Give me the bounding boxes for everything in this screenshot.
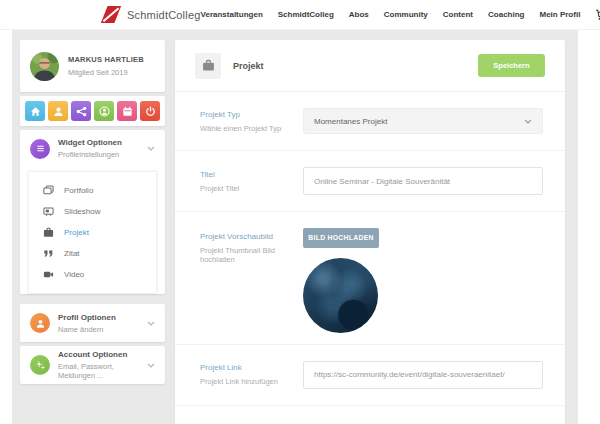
top-header: SchmidtColleg Veranstaltungen SchmidtCol… xyxy=(0,0,600,30)
profile-name: MARKUS HARTLIEB xyxy=(68,55,144,64)
home-icon[interactable] xyxy=(25,101,45,121)
briefcase-icon xyxy=(42,227,54,238)
sidebar-item-label: Video xyxy=(64,270,84,279)
nav-schmidtcolleg[interactable]: SchmidtColleg xyxy=(278,10,334,19)
field-row-vorschaubild: Projekt Vorschaubild Projekt Thumbnail B… xyxy=(175,212,565,345)
field-row-projekt-typ: Projekt Typ Wähle einen Projekt Typ Mome… xyxy=(175,92,565,151)
chevron-down-icon xyxy=(147,321,155,326)
widget-options-title: Widget Optionen xyxy=(58,138,122,147)
widget-options-header[interactable]: Widget Optionen Profileinstellungen xyxy=(20,130,165,167)
avatar xyxy=(30,52,59,81)
briefcase-icon xyxy=(195,53,221,79)
profil-options-title: Profil Optionen xyxy=(58,313,116,322)
nav-community[interactable]: Community xyxy=(384,10,428,19)
field-row-projekt-link: Projekt Link Projekt Link hinzufügen xyxy=(175,345,565,406)
widget-options-card: Widget Optionen Profileinstellungen Port… xyxy=(20,130,165,294)
quick-actions xyxy=(20,96,165,126)
sidebar-item-label: Portfolio xyxy=(64,186,93,195)
sidebar-item-slideshow[interactable]: Slideshow xyxy=(29,201,156,222)
logo[interactable]: SchmidtColleg xyxy=(100,5,201,24)
projekt-link-input[interactable] xyxy=(303,361,543,389)
widget-submenu: Portfolio Slideshow Projekt xyxy=(28,171,157,294)
panel-header: Projekt Speichern xyxy=(175,40,565,92)
logo-text: SchmidtColleg xyxy=(127,9,201,21)
video-icon xyxy=(42,269,54,280)
field-sublabel: Wähle einen Projekt Typ xyxy=(200,124,303,133)
chevron-down-icon xyxy=(147,363,155,368)
field-sublabel: Projekt Thumbnail Bild hochladen xyxy=(200,246,303,264)
bild-hochladen-button[interactable]: BILD HOCHLADEN xyxy=(303,228,379,248)
field-label: Projekt Link xyxy=(200,363,303,372)
user-icon[interactable] xyxy=(48,101,68,121)
sidebar-item-projekt[interactable]: Projekt xyxy=(29,222,156,243)
sidebar-item-zitat[interactable]: Zitat xyxy=(29,243,156,264)
content-area: MARKUS HARTLIEB Mitglied Seit 2019 xyxy=(12,30,578,424)
main-panel: Projekt Speichern Projekt Typ Wähle eine… xyxy=(175,40,565,424)
field-row-titel: Titel Projekt Titel xyxy=(175,151,565,212)
slideshow-icon xyxy=(42,206,54,217)
share-icon[interactable] xyxy=(71,101,91,121)
sidebar-item-video[interactable]: Video xyxy=(29,264,156,285)
user-circle-icon[interactable] xyxy=(94,101,114,121)
sidebar-item-label: Slideshow xyxy=(64,207,100,216)
sidebar: MARKUS HARTLIEB Mitglied Seit 2019 xyxy=(20,40,165,388)
profil-options-subtitle: Name ändern xyxy=(58,325,116,334)
selected-value: Momentanes Projekt xyxy=(314,117,387,126)
field-label: Titel xyxy=(200,170,303,179)
nav-content[interactable]: Content xyxy=(443,10,473,19)
field-sublabel: Projekt Titel xyxy=(200,184,303,193)
logo-mark-icon xyxy=(100,5,122,24)
sidebar-item-label: Zitat xyxy=(64,249,80,258)
account-options-title: Account Optionen xyxy=(58,350,147,359)
widget-options-subtitle: Profileinstellungen xyxy=(58,150,122,159)
field-label: Projekt Vorschaubild xyxy=(200,232,303,241)
nav-veranstaltungen[interactable]: Veranstaltungen xyxy=(201,10,263,19)
calendar-icon[interactable] xyxy=(117,101,137,121)
save-button[interactable]: Speichern xyxy=(478,54,545,77)
sidebar-item-portfolio[interactable]: Portfolio xyxy=(29,180,156,201)
projekt-thumbnail-image xyxy=(303,258,378,333)
field-sublabel: Projekt Link hinzufügen xyxy=(200,377,303,386)
sidebar-item-label: Projekt xyxy=(64,228,89,237)
chevron-down-icon xyxy=(147,146,155,151)
account-options-card[interactable]: Account Optionen Email, Passwort, Meldun… xyxy=(20,346,165,384)
projekt-typ-select[interactable]: Momentanes Projekt xyxy=(303,108,543,134)
list-icon xyxy=(30,139,50,159)
member-since: Mitglied Seit 2019 xyxy=(68,68,144,77)
top-navigation: Veranstaltungen SchmidtColleg Abos Commu… xyxy=(201,9,600,21)
gears-icon xyxy=(30,355,50,375)
chevron-down-icon xyxy=(524,119,532,124)
projekt-titel-input[interactable] xyxy=(303,167,543,195)
nav-abos[interactable]: Abos xyxy=(349,10,369,19)
nav-mein-profil[interactable]: Mein Profil xyxy=(539,10,580,19)
portfolio-icon xyxy=(42,185,54,196)
power-icon[interactable] xyxy=(140,101,160,121)
account-options-subtitle: Email, Passwort, Meldungen ... xyxy=(58,362,147,380)
profile-card: MARKUS HARTLIEB Mitglied Seit 2019 xyxy=(20,40,165,92)
nav-coaching[interactable]: Coaching xyxy=(488,10,524,19)
cart-icon[interactable] xyxy=(595,9,600,21)
quote-icon xyxy=(42,248,54,259)
page-title: Projekt xyxy=(233,61,264,71)
profil-options-card[interactable]: Profil Optionen Name ändern xyxy=(20,304,165,342)
field-label: Projekt Typ xyxy=(200,110,303,119)
person-icon xyxy=(30,313,50,333)
